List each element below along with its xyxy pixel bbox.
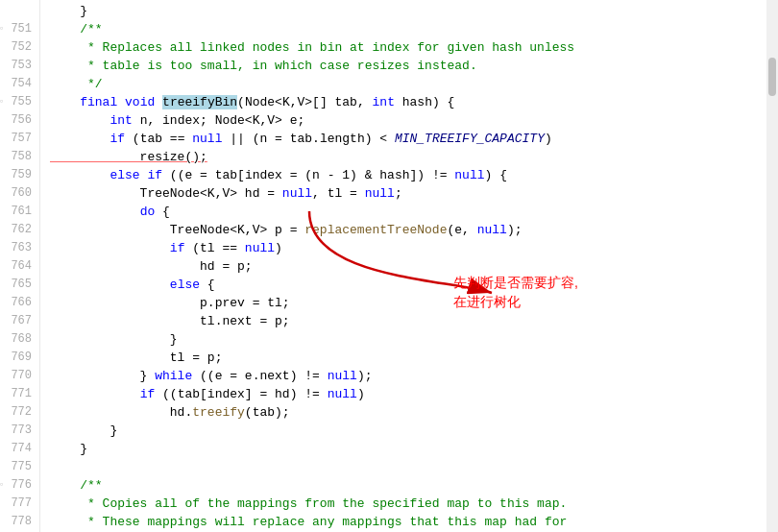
line-num-762: 762 [0, 221, 32, 239]
line-num-763: 763 [0, 239, 32, 257]
line-num-blank [0, 2, 32, 20]
line-num-758: 758 [0, 148, 32, 166]
line-num-759: 759 [0, 166, 32, 184]
code-line-760: TreeNode<K,V> hd = null, tl = null; [50, 184, 766, 203]
line-num-761: 761 [0, 203, 32, 221]
code-line-770: } while ((e = e.next) != null); [50, 367, 766, 385]
code-line-752: * Replaces all linked nodes in bin at in… [50, 38, 766, 57]
code-line-759: else if ((e = tab[index = (n - 1) & hash… [50, 166, 766, 184]
code-line-762: TreeNode<K,V> p = replacementTreeNode(e,… [50, 221, 766, 239]
line-num-778: 778 [0, 513, 32, 531]
line-numbers: 751 752 753 754 755 756 757 758 759 760 … [0, 0, 40, 532]
code-line-769: tl = p; [50, 349, 766, 367]
line-num-773: 773 [0, 422, 32, 440]
line-num-751: 751 [0, 20, 32, 38]
code-line-775 [50, 458, 766, 476]
editor-container: 751 752 753 754 755 756 757 758 759 760 … [0, 0, 778, 532]
code-line-753: * table is too small, in which case resi… [50, 57, 766, 75]
line-num-755: 755 [0, 93, 32, 111]
code-line-776: /** [50, 476, 766, 495]
code-line-764: hd = p; [50, 257, 766, 276]
code-line-766: p.prev = tl; [50, 294, 766, 312]
code-line-772: hd.treeify(tab); [50, 403, 766, 422]
line-num-777: 777 [0, 495, 32, 513]
line-num-754: 754 [0, 75, 32, 93]
scrollbar[interactable] [766, 0, 778, 532]
line-num-774: 774 [0, 440, 32, 458]
code-line-751: /** [50, 20, 766, 38]
line-num-760: 760 [0, 184, 32, 203]
line-num-764: 764 [0, 257, 32, 276]
code-line-758: resize(); [50, 148, 766, 166]
line-num-771: 771 [0, 385, 32, 403]
code-line-768: } [50, 330, 766, 349]
code-line-756: int n, index; Node<K,V> e; [50, 111, 766, 130]
code-line-765: else { [50, 276, 766, 294]
line-num-766: 766 [0, 294, 32, 312]
line-num-768: 768 [0, 330, 32, 349]
code-line-754: */ [50, 75, 766, 93]
line-num-756: 756 [0, 111, 32, 130]
code-line-774: } [50, 440, 766, 458]
line-num-769: 769 [0, 349, 32, 367]
code-line-757: if (tab == null || (n = tab.length) < MI… [50, 130, 766, 148]
line-num-752: 752 [0, 38, 32, 57]
code-line-771: if ((tab[index] = hd) != null) [50, 385, 766, 403]
line-num-767: 767 [0, 312, 32, 330]
line-num-776: 776 [0, 476, 32, 495]
scrollbar-thumb[interactable] [768, 58, 776, 96]
annotation-text: 先判断是否需要扩容, 在进行树化 [453, 274, 578, 311]
line-num-753: 753 [0, 57, 32, 75]
code-line-767: tl.next = p; [50, 312, 766, 330]
line-num-772: 772 [0, 403, 32, 422]
line-num-765: 765 [0, 276, 32, 294]
code-line-773: } [50, 422, 766, 440]
code-line-777: * Copies all of the mappings from the sp… [50, 495, 766, 513]
code-line-blank: } [50, 2, 766, 20]
code-line-763: if (tl == null) [50, 239, 766, 257]
line-num-757: 757 [0, 130, 32, 148]
code-line-755: final void treeifyBin(Node<K,V>[] tab, i… [50, 93, 766, 111]
code-line-778: * These mappings will replace any mappin… [50, 513, 766, 531]
code-line-761: do { [50, 203, 766, 221]
code-area[interactable]: } /** * Replaces all linked nodes in bin… [40, 0, 766, 532]
line-num-775: 775 [0, 458, 32, 476]
line-num-770: 770 [0, 367, 32, 385]
